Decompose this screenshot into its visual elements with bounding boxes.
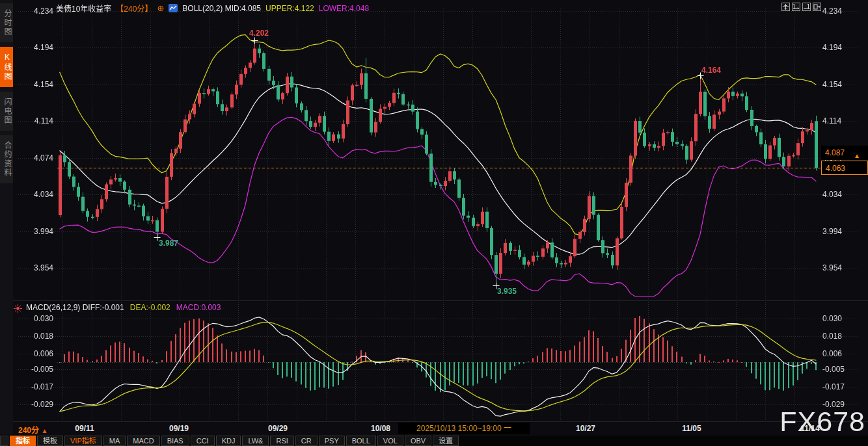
last-price-label: 4.063 [821, 161, 868, 175]
period-selector[interactable]: 240分 ▲ [18, 424, 47, 435]
chart-style-icon[interactable] [169, 4, 178, 12]
boll-lower-readout: LOWER:4.048 [319, 4, 369, 13]
toolbar-item-RSI[interactable]: RSI [270, 436, 293, 446]
symbol-title: 美债10年收益率 [56, 3, 111, 14]
date-tick: 10/27 [576, 424, 595, 433]
macd-tick-right: 0.018 [822, 332, 865, 341]
macd-settings-icon[interactable] [14, 304, 22, 312]
macd-diff-readout: MACD(26,12,9) DIFF:-0.001 [26, 303, 124, 312]
toolbar-item-BOLL[interactable]: BOLL [346, 436, 376, 446]
macd-dea-readout: DEA:-0.002 [130, 303, 170, 312]
toolbar-item-VOL[interactable]: VOL [377, 436, 403, 446]
chart-terminal: 分时图K线图闪电图合约资料 美债10年收益率 【240分】 ⊕ BOLL(20,… [0, 0, 868, 446]
price-tick-right: 3.954 [822, 263, 865, 272]
price-tick-right: 4.234 [822, 7, 865, 16]
y-axis-scale-icon[interactable] [802, 3, 811, 11]
toolbar-item-指标[interactable]: 指标 [10, 436, 36, 446]
price-tick-left: 4.194 [13, 43, 53, 52]
toolbar-item-OBV[interactable]: OBV [405, 436, 431, 446]
toolbar-item-CR[interactable]: CR [295, 436, 318, 446]
x-axis-scale-icon[interactable] [792, 3, 800, 11]
chart-tool-icons [781, 3, 821, 11]
macd-tick-left: -0.029 [13, 400, 53, 409]
date-tick: 09/29 [268, 424, 288, 433]
price-annotation: 4.202 [249, 29, 269, 38]
price-annotation: 3.987 [159, 239, 178, 248]
toolbar-item-MA[interactable]: MA [103, 436, 126, 446]
sidebar-tab-0[interactable]: 分时图 [0, 3, 13, 42]
toolbar-item-PSY[interactable]: PSY [319, 436, 345, 446]
toolbar-item-模板[interactable]: 模板 [37, 436, 63, 446]
price-tick-left: 3.954 [13, 263, 53, 272]
sidebar-tab-3[interactable]: 合约资料 [0, 135, 13, 183]
date-tick: 09/11 [75, 424, 94, 433]
toolbar-corner-box [0, 436, 8, 446]
add-indicator-icon[interactable]: ⊕ [157, 3, 164, 13]
price-tick-left: 4.074 [13, 153, 53, 163]
price-marker-icon: ▲ [854, 152, 860, 159]
toolbar-item-MACD[interactable]: MACD [127, 436, 159, 446]
macd-tick-left: 0.030 [13, 314, 53, 323]
period-dropdown-arrow: ▲ [41, 427, 47, 434]
price-tick-left: 4.234 [13, 7, 53, 16]
macd-tick-left: -0.017 [13, 382, 53, 391]
macd-header: MACD(26,12,9) DIFF:-0.001 DEA:-0.002 MAC… [26, 303, 221, 312]
price-annotation: 4.164 [701, 66, 721, 75]
toolbar-item-VIP指标[interactable]: VIP指标 [64, 436, 102, 446]
chart-type-sidebar: 分时图K线图闪电图合约资料 [0, 0, 13, 434]
price-tick-left: 4.114 [13, 116, 53, 125]
date-tick: 10/08 [371, 424, 390, 433]
crosshair-date-tooltip: 2025/10/13 15:00~19:00 一 [398, 423, 530, 434]
macd-tick-left: 0.018 [13, 332, 53, 341]
price-tick-left: 4.154 [13, 80, 53, 89]
price-tick-right: 4.194 [822, 43, 865, 52]
x-axis-strip: 240分 ▲ 2025/10/13 15:00~19:00 一 09/1109/… [0, 421, 868, 436]
boll-mid-readout: BOLL(20,2) MID:4.085 [182, 4, 261, 13]
pan-icon[interactable] [781, 3, 790, 11]
toolbar-item-CCI[interactable]: CCI [191, 436, 215, 446]
last-ma-price-label: 4.087 [821, 146, 868, 160]
macd-tick-right: -0.017 [822, 382, 865, 391]
toolbar-item-设置[interactable]: 设置 [433, 436, 459, 446]
price-annotation: 3.935 [497, 287, 517, 296]
price-tick-right: 3.994 [822, 227, 865, 236]
chart-header: 美债10年收益率 【240分】 ⊕ BOLL(20,2) MID:4.085 U… [56, 3, 369, 14]
watermark: FX678 [780, 406, 865, 438]
price-tick-left: 4.034 [13, 190, 53, 199]
date-tick: 11/05 [682, 424, 701, 433]
sidebar-tab-1[interactable]: K线图 [0, 47, 13, 87]
macd-tick-right: 0.006 [822, 349, 865, 358]
toolbar-item-BIAS[interactable]: BIAS [161, 436, 189, 446]
macd-tick-right: -0.005 [822, 365, 865, 374]
price-tick-left: 3.994 [13, 227, 53, 236]
toolbar-item-KDJ[interactable]: KDJ [216, 436, 241, 446]
chart-canvas[interactable] [0, 0, 868, 423]
macd-value-readout: MACD:0.003 [176, 303, 221, 312]
export-chart-icon[interactable] [813, 3, 821, 11]
period-tag: 【240分】 [116, 3, 152, 14]
sidebar-tab-2[interactable]: 闪电图 [0, 92, 13, 131]
price-tick-right: 4.154 [822, 80, 865, 89]
indicator-toolbar: 指标模板VIP指标MAMACDBIASCCIKDJLW&RSICRPSYBOLL… [0, 436, 868, 446]
date-tick: 09/19 [169, 424, 189, 433]
macd-tick-left: 0.006 [13, 349, 53, 358]
toolbar-item-LW&[interactable]: LW& [242, 436, 269, 446]
price-tick-right: 4.034 [822, 190, 865, 199]
price-tick-right: 4.114 [822, 116, 865, 125]
macd-tick-left: -0.005 [13, 365, 53, 374]
boll-upper-readout: UPPER:4.122 [265, 4, 314, 13]
macd-tick-right: 0.030 [822, 314, 865, 323]
